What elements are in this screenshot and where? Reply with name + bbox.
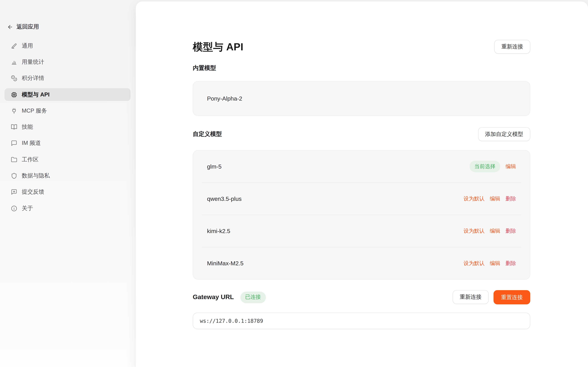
main-content: 模型与 API 重新连接 内置模型 Pony-Alpha-2 自定义模型 添加自…: [193, 1, 530, 329]
sidebar-item-label: 工作区: [22, 156, 39, 163]
model-name: qwen3.5-plus: [207, 195, 242, 202]
connected-status-badge: 已连接: [240, 292, 266, 303]
book-icon: [11, 124, 17, 130]
set-default-link[interactable]: 设为默认: [464, 228, 484, 234]
coins-icon: [11, 75, 17, 82]
back-to-app-button[interactable]: 返回应用: [7, 23, 39, 30]
sidebar-item-label: MCP 服务: [22, 107, 47, 114]
feedback-icon: [11, 189, 17, 195]
sidebar-item-usage-stats[interactable]: 用量统计: [5, 56, 131, 69]
sidebar-item-models-api[interactable]: 模型与 API: [5, 88, 131, 101]
gateway-reset-button[interactable]: 重置连接: [493, 290, 530, 304]
folder-icon: [11, 156, 17, 163]
gateway-reconnect-button[interactable]: 重新连接: [453, 290, 489, 304]
chart-icon: [11, 59, 17, 65]
sidebar-item-label: 模型与 API: [22, 91, 50, 98]
pencil-icon: [11, 43, 17, 49]
builtin-model-card: Pony-Alpha-2: [193, 81, 530, 116]
sidebar-item-im-channels[interactable]: IM 频道: [5, 137, 131, 150]
delete-link[interactable]: 删除: [506, 228, 516, 234]
sidebar-item-general[interactable]: 通用: [5, 40, 131, 52]
edit-link[interactable]: 编辑: [490, 228, 500, 234]
arrow-left-icon: [7, 24, 13, 30]
sidebar-item-mcp-services[interactable]: MCP 服务: [5, 104, 131, 117]
reconnect-button[interactable]: 重新连接: [494, 40, 530, 54]
back-to-app-label: 返回应用: [16, 23, 39, 30]
main-panel: 模型与 API 重新连接 内置模型 Pony-Alpha-2 自定义模型 添加自…: [136, 1, 588, 367]
sidebar-item-label: 提交反馈: [22, 189, 44, 196]
sidebar-nav: 通用用量统计积分详情模型与 APIMCP 服务技能IM 频道工作区数据与隐私提交…: [5, 40, 131, 215]
sidebar-item-skills[interactable]: 技能: [5, 121, 131, 134]
chat-icon: [11, 140, 17, 147]
sidebar-item-label: IM 频道: [22, 140, 41, 147]
page-title: 模型与 API: [193, 40, 243, 54]
sidebar-item-credits[interactable]: 积分详情: [5, 72, 131, 85]
page-header: 模型与 API 重新连接: [193, 40, 530, 54]
model-name: glm-5: [207, 163, 222, 170]
model-row-actions: 当前选择编辑: [470, 161, 516, 172]
gateway-url-label: Gateway URL: [193, 293, 234, 301]
add-custom-model-button[interactable]: 添加自定义模型: [478, 127, 530, 141]
sidebar-item-workspace[interactable]: 工作区: [5, 153, 131, 166]
gateway-buttons: 重新连接 重置连接: [453, 290, 530, 304]
model-row: MiniMax-M2.5设为默认编辑删除: [193, 247, 530, 279]
info-icon: [11, 205, 17, 212]
shield-icon: [11, 173, 17, 179]
sidebar-item-label: 关于: [22, 205, 33, 212]
sidebar-item-label: 数据与隐私: [22, 172, 50, 179]
model-name: MiniMax-M2.5: [207, 260, 243, 267]
set-default-link[interactable]: 设为默认: [464, 260, 484, 267]
sidebar-item-about[interactable]: 关于: [5, 202, 131, 215]
sidebar-item-label: 用量统计: [22, 58, 44, 66]
gateway-label-group: Gateway URL 已连接: [193, 292, 266, 303]
chip-icon: [11, 92, 17, 98]
delete-link[interactable]: 删除: [506, 195, 516, 202]
custom-models-header: 自定义模型 添加自定义模型: [193, 127, 530, 141]
sidebar: 返回应用 通用用量统计积分详情模型与 APIMCP 服务技能IM 频道工作区数据…: [0, 0, 136, 367]
current-selection-badge: 当前选择: [470, 161, 500, 172]
custom-model-list: glm-5当前选择编辑qwen3.5-plus设为默认编辑删除kimi-k2.5…: [193, 150, 530, 280]
sidebar-item-data-privacy[interactable]: 数据与隐私: [5, 169, 131, 183]
edit-link[interactable]: 编辑: [490, 260, 500, 267]
custom-models-label: 自定义模型: [193, 130, 222, 138]
model-name: kimi-k2.5: [207, 228, 230, 234]
plug-icon: [11, 108, 17, 114]
edit-link[interactable]: 编辑: [490, 195, 500, 202]
gateway-section: Gateway URL 已连接 重新连接 重置连接: [193, 290, 530, 304]
edit-link[interactable]: 编辑: [506, 163, 516, 170]
sidebar-item-label: 积分详情: [22, 75, 44, 82]
settings-page: 返回应用 通用用量统计积分详情模型与 APIMCP 服务技能IM 频道工作区数据…: [0, 0, 588, 367]
delete-link[interactable]: 删除: [506, 260, 516, 267]
model-row-actions: 设为默认编辑删除: [464, 260, 516, 267]
sidebar-item-label: 技能: [22, 124, 33, 131]
builtin-models-label: 内置模型: [193, 64, 530, 72]
model-row: kimi-k2.5设为默认编辑删除: [193, 215, 530, 247]
sidebar-item-label: 通用: [22, 42, 33, 49]
model-row: glm-5当前选择编辑: [193, 150, 530, 183]
model-row-actions: 设为默认编辑删除: [464, 195, 516, 202]
model-row: qwen3.5-plus设为默认编辑删除: [193, 183, 530, 215]
sidebar-item-feedback[interactable]: 提交反馈: [5, 185, 131, 199]
model-row-actions: 设为默认编辑删除: [464, 228, 516, 234]
builtin-model-name: Pony-Alpha-2: [207, 95, 242, 102]
set-default-link[interactable]: 设为默认: [464, 195, 484, 202]
gateway-url-input[interactable]: [193, 313, 530, 329]
